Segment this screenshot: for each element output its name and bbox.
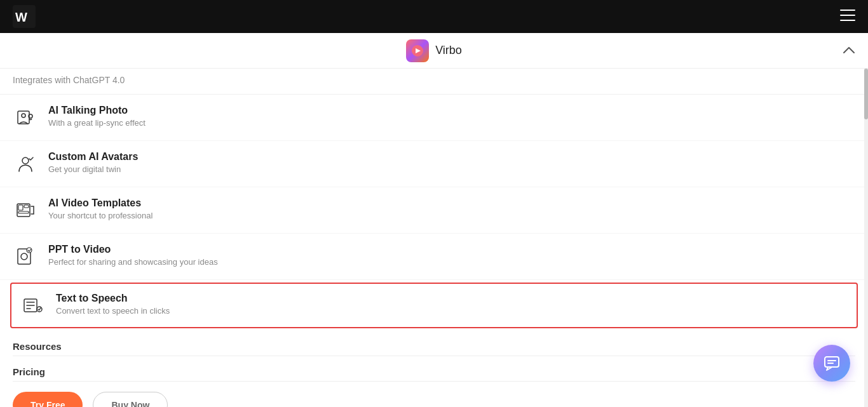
navbar: W bbox=[0, 0, 868, 33]
menu-item-ppt-to-video[interactable]: PPT to Video Perfect for sharing and sho… bbox=[0, 234, 868, 280]
virbo-app-icon bbox=[406, 39, 429, 62]
svg-rect-22 bbox=[825, 357, 839, 367]
menu-item-avatars-subtitle: Get your digital twin bbox=[48, 164, 138, 174]
menu-item-ppt-subtitle: Perfect for sharing and showcasing your … bbox=[48, 257, 218, 267]
scroll-indicator bbox=[864, 69, 868, 407]
menu-item-templates-text: AI Video Templates Your shortcut to prof… bbox=[48, 197, 153, 220]
talking-photo-icon bbox=[13, 105, 38, 130]
menu-item-templates-title: AI Video Templates bbox=[48, 197, 153, 209]
logo: W bbox=[13, 5, 36, 28]
virbo-app-name: Virbo bbox=[435, 44, 462, 57]
svg-rect-13 bbox=[18, 211, 29, 213]
menu-item-talking-photo-subtitle: With a great lip-sync effect bbox=[48, 118, 146, 128]
menu-item-tts-title: Text to Speech bbox=[56, 293, 170, 304]
svg-rect-4 bbox=[840, 20, 855, 21]
menu-item-custom-ai-avatars[interactable]: Custom AI Avatars Get your digital twin bbox=[0, 141, 868, 187]
menu-item-ppt-title: PPT to Video bbox=[48, 244, 218, 255]
menu-item-text-to-speech[interactable]: Text to Speech Convert text to speech in… bbox=[10, 283, 858, 328]
svg-rect-11 bbox=[18, 205, 23, 210]
menu-item-ppt-text: PPT to Video Perfect for sharing and sho… bbox=[48, 244, 218, 267]
svg-point-16 bbox=[27, 248, 32, 253]
main-content: Integrates with ChatGPT 4.0 AI Talking P… bbox=[0, 69, 868, 407]
menu-item-ai-talking-photo[interactable]: AI Talking Photo With a great lip-sync e… bbox=[0, 95, 868, 141]
svg-point-9 bbox=[22, 157, 29, 164]
partial-menu-item: Integrates with ChatGPT 4.0 bbox=[0, 69, 868, 95]
menu-item-avatars-text: Custom AI Avatars Get your digital twin bbox=[48, 151, 138, 174]
svg-rect-3 bbox=[840, 15, 855, 16]
virbo-header[interactable]: Virbo bbox=[0, 33, 868, 69]
svg-rect-12 bbox=[24, 205, 29, 208]
menu-item-ai-video-templates[interactable]: AI Video Templates Your shortcut to prof… bbox=[0, 187, 868, 234]
chat-bubble-button[interactable] bbox=[813, 345, 850, 382]
menu-item-avatars-title: Custom AI Avatars bbox=[48, 151, 138, 163]
menu-item-tts-text: Text to Speech Convert text to speech in… bbox=[56, 293, 170, 316]
menu-item-talking-photo-title: AI Talking Photo bbox=[48, 105, 146, 116]
wondershare-logo-icon: W bbox=[13, 5, 36, 28]
avatar-icon bbox=[13, 151, 38, 177]
menu-item-talking-photo-text: AI Talking Photo With a great lip-sync e… bbox=[48, 105, 146, 128]
resources-section-header: Resources bbox=[0, 331, 868, 356]
ppt-icon bbox=[13, 244, 38, 269]
svg-point-7 bbox=[22, 114, 25, 117]
svg-rect-2 bbox=[840, 10, 855, 11]
pricing-section-header[interactable]: Pricing bbox=[0, 356, 868, 381]
buy-now-button[interactable]: Buy Now bbox=[93, 392, 168, 407]
virbo-chevron-icon[interactable] bbox=[843, 45, 855, 57]
bottom-buttons: Try Free Buy Now bbox=[0, 382, 868, 407]
tts-icon bbox=[20, 293, 46, 318]
menu-item-templates-subtitle: Your shortcut to professional bbox=[48, 211, 153, 220]
svg-text:W: W bbox=[15, 10, 27, 24]
menu-item-tts-subtitle: Convert text to speech in clicks bbox=[56, 306, 170, 316]
hamburger-menu-icon[interactable] bbox=[840, 10, 855, 24]
chat-icon bbox=[823, 354, 841, 372]
try-free-button[interactable]: Try Free bbox=[13, 392, 83, 407]
svg-point-15 bbox=[21, 253, 27, 260]
virbo-header-inner: Virbo bbox=[406, 39, 462, 62]
video-templates-icon bbox=[13, 197, 38, 223]
scroll-thumb[interactable] bbox=[864, 69, 868, 119]
